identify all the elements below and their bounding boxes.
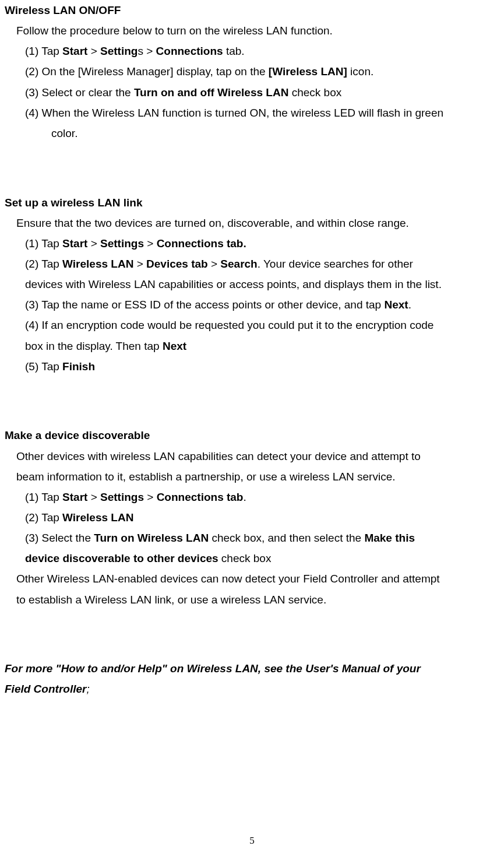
section3-intro-2: beam information to it, establish a part… xyxy=(5,466,499,487)
footer-note: For more "How to and/or Help" on Wireles… xyxy=(5,658,499,699)
step-2-3: (3) Tap the name or ESS ID of the access… xyxy=(25,294,499,315)
page-number: 5 xyxy=(0,831,504,850)
section2-steps: (1) Tap Start > Settings > Connections t… xyxy=(5,233,499,377)
step-3-2: (2) Tap Wireless LAN xyxy=(25,507,499,528)
step-1-2: (2) On the [Wireless Manager] display, t… xyxy=(25,61,499,82)
step-1-3: (3) Select or clear the Turn on and off … xyxy=(25,82,499,103)
section3-outro-1: Other Wireless LAN-enabled devices can n… xyxy=(5,568,499,589)
step-1-1: (1) Tap Start > Settings > Connections t… xyxy=(25,41,499,61)
step-3-3: (3) Select the Turn on Wireless LAN chec… xyxy=(25,528,499,548)
section-setup-link: Set up a wireless LAN link Ensure that t… xyxy=(5,192,499,377)
section3-steps: (1) Tap Start > Settings > Connections t… xyxy=(5,487,499,569)
footer-line-2: Field Controller; xyxy=(5,679,499,699)
step-2-2: (2) Tap Wireless LAN > Devices tab > Sea… xyxy=(25,254,499,274)
section2-title: Set up a wireless LAN link xyxy=(5,192,499,213)
section1-steps: (1) Tap Start > Settings > Connections t… xyxy=(5,41,499,143)
step-3-3-cont: device discoverable to other devices che… xyxy=(25,548,499,568)
section2-intro: Ensure that the two devices are turned o… xyxy=(5,213,499,233)
section3-title: Make a device discoverable xyxy=(5,425,499,445)
section-make-discoverable: Make a device discoverable Other devices… xyxy=(5,425,499,609)
step-2-5: (5) Tap Finish xyxy=(25,356,499,377)
section1-intro: Follow the procedure below to turn on th… xyxy=(5,20,499,41)
step-2-1: (1) Tap Start > Settings > Connections t… xyxy=(25,233,499,254)
section1-title: Wireless LAN ON/OFF xyxy=(5,0,499,20)
section3-outro-2: to establish a Wireless LAN link, or use… xyxy=(5,589,499,610)
footer-line-1: For more "How to and/or Help" on Wireles… xyxy=(5,658,499,679)
section3-intro-1: Other devices with wireless LAN capabili… xyxy=(5,446,499,466)
step-2-2-cont: devices with Wireless LAN capabilities o… xyxy=(25,274,499,294)
step-1-4: (4) When the Wireless LAN function is tu… xyxy=(25,103,499,143)
step-3-1: (1) Tap Start > Settings > Connections t… xyxy=(25,487,499,507)
step-2-4-cont: box in the display. Then tap Next xyxy=(25,336,499,356)
section-wireless-on-off: Wireless LAN ON/OFF Follow the procedure… xyxy=(5,0,499,143)
step-2-4: (4) If an encryption code would be reque… xyxy=(25,315,499,335)
